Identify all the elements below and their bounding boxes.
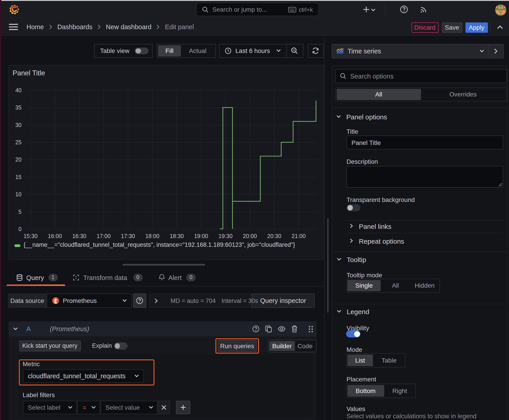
svg-text:18:30: 18:30 bbox=[169, 233, 183, 239]
svg-text:30: 30 bbox=[15, 122, 21, 128]
svg-text:19:30: 19:30 bbox=[218, 233, 233, 239]
svg-text:20: 20 bbox=[15, 156, 21, 163]
svg-text:17:30: 17:30 bbox=[121, 233, 135, 239]
svg-text:5: 5 bbox=[18, 209, 21, 215]
svg-text:20:30: 20:30 bbox=[267, 233, 281, 239]
svg-text:40: 40 bbox=[15, 87, 21, 93]
svg-text:15:30: 15:30 bbox=[23, 233, 38, 239]
svg-text:16:30: 16:30 bbox=[72, 233, 86, 239]
svg-text:18:00: 18:00 bbox=[145, 233, 159, 239]
svg-text:25: 25 bbox=[15, 139, 21, 145]
svg-text:10: 10 bbox=[15, 191, 21, 197]
svg-text:17:00: 17:00 bbox=[97, 233, 111, 239]
svg-text:0: 0 bbox=[18, 226, 21, 232]
svg-text:21:00: 21:00 bbox=[291, 233, 305, 239]
svg-text:16:00: 16:00 bbox=[48, 233, 62, 239]
svg-text:19:00: 19:00 bbox=[194, 233, 208, 239]
svg-text:{__name__="cloudflared_tunnel_: {__name__="cloudflared_tunnel_total_requ… bbox=[23, 241, 295, 248]
svg-text:20:00: 20:00 bbox=[243, 233, 257, 239]
svg-text:15: 15 bbox=[15, 174, 21, 180]
svg-text:35: 35 bbox=[15, 104, 21, 111]
